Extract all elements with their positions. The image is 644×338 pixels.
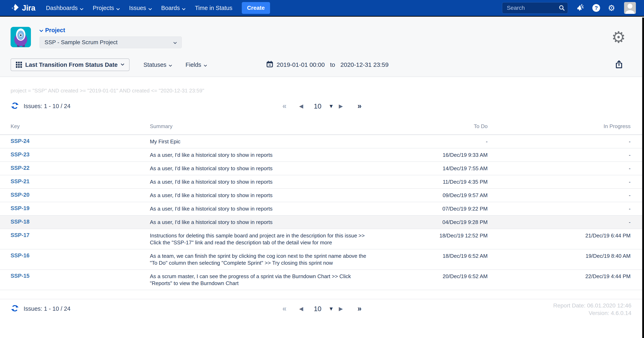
- menu-boards-label: Boards: [161, 5, 180, 12]
- table-row: SSP-16 As a team, we can finish the spri…: [0, 249, 644, 270]
- issue-summary: My First Epic: [150, 138, 371, 145]
- issue-todo-date: 09/Dec/19 9:57 AM: [371, 192, 488, 199]
- column-selector-label: Last Transition From Status Date: [25, 62, 118, 68]
- report-meta: Report Date: 06.01.2020 12:46 Version: 4…: [553, 302, 632, 317]
- pagination-top: « ◀ 10 ▼ ▶ »: [282, 102, 362, 110]
- table-row: SSP-20 As a user, I'd like a historical …: [0, 189, 644, 202]
- report-header-band: Project SSP - Sample Scrum Project ⚙ Las…: [0, 17, 644, 77]
- issue-summary: As a user, I'd like a historical story t…: [150, 165, 371, 172]
- chevron-down-icon: [116, 5, 120, 12]
- issue-inprogress-date: 19/Dec/19 8:40 AM: [488, 252, 630, 259]
- table-row: SSP-23 As a user, I'd like a historical …: [0, 148, 644, 162]
- previous-page-button[interactable]: ◀: [299, 103, 303, 109]
- issues-count-label: Issues: 1 - 10 / 24: [24, 103, 70, 110]
- issues-toolbar-bottom: Issues: 1 - 10 / 24 « ◀ 10 ▼ ▶ » Report …: [0, 303, 644, 314]
- issue-key-link[interactable]: SSP-16: [10, 252, 30, 259]
- menu-projects-label: Projects: [93, 5, 114, 12]
- issue-key-link[interactable]: SSP-23: [10, 151, 30, 157]
- table-row: SSP-17 Instructions for deleting this sa…: [0, 229, 644, 249]
- create-button[interactable]: Create: [242, 2, 270, 14]
- jira-logo-text: Jira: [22, 4, 36, 13]
- first-page-button[interactable]: «: [282, 102, 286, 110]
- issue-summary: As a user, I'd like a historical story t…: [150, 205, 371, 212]
- issue-key-link[interactable]: SSP-22: [10, 165, 30, 171]
- menu-issues[interactable]: Issues: [129, 4, 152, 12]
- chevron-down-icon: [121, 63, 124, 67]
- issue-summary: As a user, I'd like a historical story t…: [150, 192, 371, 199]
- page-size-select[interactable]: 10: [314, 103, 322, 110]
- column-selector-button[interactable]: Last Transition From Status Date: [10, 58, 130, 71]
- export-icon[interactable]: [614, 60, 624, 70]
- user-avatar[interactable]: [624, 2, 636, 14]
- report-settings-gear-icon[interactable]: ⚙: [612, 29, 626, 45]
- menu-projects[interactable]: Projects: [93, 4, 120, 12]
- jql-query-text: project = "SSP" AND created >= "2019-01-…: [10, 88, 644, 94]
- issue-key-link[interactable]: SSP-15: [10, 273, 30, 279]
- issue-key-link[interactable]: SSP-18: [10, 219, 30, 225]
- issue-inprogress-date: -: [488, 192, 630, 199]
- refresh-icon[interactable]: [10, 101, 19, 111]
- next-page-button[interactable]: ▶: [339, 306, 343, 311]
- column-header-todo: To Do: [371, 123, 488, 129]
- refresh-icon[interactable]: [10, 304, 19, 313]
- issue-todo-date: -: [371, 138, 488, 145]
- project-select-value: SSP - Sample Scrum Project: [44, 39, 118, 46]
- fields-label: Fields: [186, 62, 201, 68]
- first-page-button[interactable]: «: [282, 305, 286, 312]
- table-row: SSP-18 As a user, I'd like a historical …: [0, 216, 644, 229]
- menu-dashboards-label: Dashboards: [46, 5, 78, 12]
- issue-summary: As a user, I'd like a historical story t…: [150, 219, 371, 226]
- menu-dashboards[interactable]: Dashboards: [46, 4, 83, 12]
- calendar-icon: [266, 61, 273, 69]
- announcements-icon[interactable]: [576, 3, 584, 13]
- page-size-caret-icon[interactable]: ▼: [330, 307, 333, 311]
- issue-key-link[interactable]: SSP-19: [10, 205, 30, 211]
- issues-count-label: Issues: 1 - 10 / 24: [24, 305, 70, 312]
- table-row: SSP-22 As a user, I'd like a historical …: [0, 162, 644, 175]
- table-row: SSP-19 As a user, I'd like a historical …: [0, 202, 644, 216]
- table-row: SSP-21 As a user, I'd like a historical …: [0, 175, 644, 189]
- issue-todo-date: 07/Dec/19 9:22 PM: [371, 205, 488, 212]
- issue-key-link[interactable]: SSP-17: [10, 232, 30, 238]
- page-size-select[interactable]: 10: [314, 305, 322, 312]
- jira-logo[interactable]: Jira: [10, 3, 36, 13]
- issue-todo-date: 20/Dec/19 6:52 AM: [371, 273, 488, 280]
- table-header-row: Key Summary To Do In Progress: [0, 119, 644, 135]
- fields-dropdown[interactable]: Fields: [186, 62, 207, 68]
- project-select[interactable]: SSP - Sample Scrum Project: [40, 37, 182, 48]
- issue-key-link[interactable]: SSP-21: [10, 178, 30, 185]
- project-section-toggle[interactable]: Project: [40, 27, 182, 34]
- issue-inprogress-date: 22/Dec/19 4:44 PM: [488, 273, 630, 280]
- date-separator: to: [330, 61, 335, 68]
- issue-todo-date: 14/Dec/19 7:55 AM: [371, 165, 488, 172]
- help-icon[interactable]: ?: [592, 4, 600, 12]
- issue-key-link[interactable]: SSP-20: [10, 192, 30, 198]
- last-page-button[interactable]: »: [358, 102, 362, 110]
- issue-summary: As a scrum master, I can see the progres…: [150, 273, 371, 287]
- menu-time-in-status[interactable]: Time in Status: [195, 5, 232, 12]
- project-avatar: [10, 27, 31, 47]
- issue-summary: As a team, we can finish the sprint by c…: [150, 252, 371, 266]
- previous-page-button[interactable]: ◀: [299, 306, 303, 311]
- chevron-down-icon: [148, 5, 152, 12]
- issue-key-link[interactable]: SSP-24: [10, 138, 30, 144]
- next-page-button[interactable]: ▶: [339, 103, 343, 109]
- pagination-bottom: « ◀ 10 ▼ ▶ »: [282, 305, 362, 312]
- settings-gear-icon[interactable]: ⚙: [608, 4, 615, 12]
- column-header-inprogress: In Progress: [488, 123, 630, 129]
- project-section-label: Project: [45, 27, 65, 34]
- statuses-dropdown[interactable]: Statuses: [143, 62, 172, 68]
- issue-inprogress-date: -: [488, 178, 630, 185]
- main-menu: Dashboards Projects Issues Boards Time i…: [46, 4, 232, 12]
- chevron-down-icon: [204, 62, 207, 68]
- last-page-button[interactable]: »: [358, 305, 362, 312]
- date-to-value: 2020-12-31 23:59: [340, 61, 388, 68]
- menu-boards[interactable]: Boards: [161, 4, 186, 12]
- jira-logo-icon: [10, 3, 19, 13]
- issues-toolbar-top: Issues: 1 - 10 / 24 « ◀ 10 ▼ ▶ »: [0, 100, 644, 112]
- search-icon[interactable]: [558, 5, 565, 12]
- search-input[interactable]: [502, 2, 568, 14]
- page-size-caret-icon[interactable]: ▼: [330, 104, 333, 108]
- issue-inprogress-date: 21/Dec/19 6:44 PM: [488, 232, 630, 239]
- date-range-picker[interactable]: 2019-01-01 00:00 to 2020-12-31 23:59: [266, 61, 388, 69]
